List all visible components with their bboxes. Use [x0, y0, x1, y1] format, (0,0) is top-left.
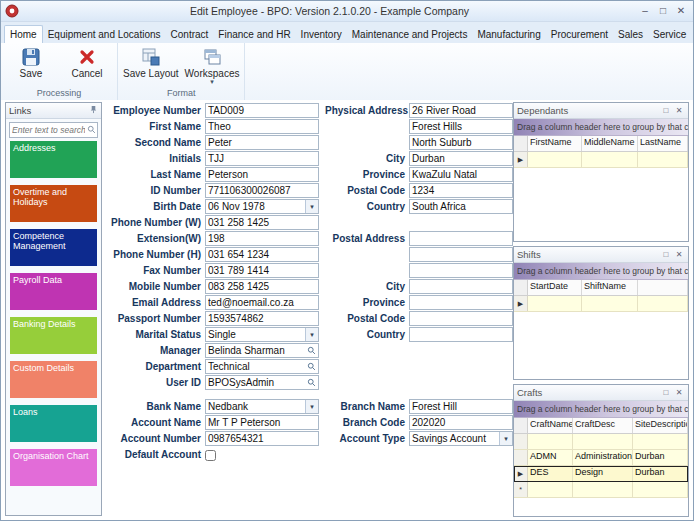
dependants-close-icon[interactable]: ✕ [673, 104, 685, 117]
bank-name-dropdown-icon[interactable]: ▾ [305, 400, 318, 413]
link-addresses[interactable]: Addresses [10, 141, 97, 178]
workspaces-button[interactable]: Workspaces ▾ [182, 44, 243, 88]
column-header-craftname[interactable]: CraftName [528, 418, 573, 433]
manager-lookup-icon[interactable] [305, 344, 318, 357]
extension-work-input[interactable] [206, 233, 318, 244]
marital-status-input[interactable] [206, 329, 305, 340]
branch-name-input[interactable] [410, 401, 512, 412]
link-label: Banking Details [13, 319, 76, 329]
crafts-close-icon[interactable]: ✕ [673, 386, 685, 399]
phone-work-input[interactable] [206, 217, 318, 228]
shifts-group-drop-area[interactable]: Drag a column header here to group by th… [514, 263, 688, 280]
bank-name-input[interactable] [206, 401, 305, 412]
column-header-sitedescription[interactable]: SiteDescription [633, 418, 688, 433]
account-type-dropdown-icon[interactable]: ▾ [499, 432, 512, 445]
postal-country-input[interactable] [410, 329, 512, 340]
shifts-close-icon[interactable]: ✕ [673, 248, 685, 261]
column-header-lastname[interactable]: LastName [638, 136, 688, 151]
physical-address-input-2[interactable] [410, 121, 512, 132]
column-header-blank[interactable] [638, 280, 688, 295]
physical-postal-code-input[interactable] [410, 185, 512, 196]
birth-date-dropdown-icon[interactable]: ▾ [305, 200, 318, 213]
tab-inventory[interactable]: Inventory [296, 26, 347, 43]
link-overtime-and-holidays[interactable]: Overtime and Holidays [10, 185, 97, 222]
id-number-input[interactable] [206, 185, 318, 196]
physical-address-input-1[interactable] [410, 105, 512, 116]
tab-reporting[interactable]: Reporting [691, 26, 693, 43]
table-row[interactable]: ▶ [514, 296, 688, 312]
tab-equipment-and-locations[interactable]: Equipment and Locations [43, 26, 166, 43]
cancel-button[interactable]: Cancel [59, 44, 115, 88]
default-account-checkbox[interactable] [205, 450, 216, 461]
marital-status-dropdown-icon[interactable]: ▾ [305, 328, 318, 341]
mobile-number-input[interactable] [206, 281, 318, 292]
column-header-shiftname[interactable]: ShiftName [582, 280, 638, 295]
first-name-input[interactable] [206, 121, 318, 132]
account-number-input[interactable] [206, 433, 318, 444]
table-row-new[interactable]: * [514, 482, 688, 498]
physical-city-input[interactable] [410, 153, 512, 164]
tab-home[interactable]: Home [4, 25, 43, 43]
table-row[interactable]: ▶ [514, 152, 688, 168]
tab-manufacturing[interactable]: Manufacturing [472, 26, 545, 43]
account-name-input[interactable] [206, 417, 318, 428]
last-name-input[interactable] [206, 169, 318, 180]
link-custom-details[interactable]: Custom Details [10, 361, 97, 398]
postal-address-input-3[interactable] [410, 265, 512, 276]
link-competence-management[interactable]: Competence Management [10, 229, 97, 266]
branch-code-input[interactable] [410, 417, 512, 428]
user-id-lookup-icon[interactable] [305, 376, 318, 389]
column-header-firstname[interactable]: FirstName [528, 136, 582, 151]
tab-sales[interactable]: Sales [613, 26, 648, 43]
tab-maintenance-and-projects[interactable]: Maintenance and Projects [347, 26, 473, 43]
account-type-input[interactable] [410, 433, 499, 444]
link-banking-details[interactable]: Banking Details [10, 317, 97, 354]
dependants-group-drop-area[interactable]: Drag a column header here to group by th… [514, 119, 688, 136]
link-payroll-data[interactable]: Payroll Data [10, 273, 97, 310]
close-button[interactable]: ✕ [672, 3, 690, 19]
table-row-selected[interactable]: ▶ DES Design Durban [514, 466, 688, 482]
email-address-input[interactable] [206, 297, 318, 308]
postal-city-input[interactable] [410, 281, 512, 292]
tab-finance-and-hr[interactable]: Finance and HR [213, 26, 295, 43]
phone-home-input[interactable] [206, 249, 318, 260]
table-row[interactable]: ADMN Administration Durban [514, 450, 688, 466]
link-loans[interactable]: Loans [10, 405, 97, 442]
manager-input[interactable] [206, 345, 305, 356]
column-header-craftdesc[interactable]: CraftDesc [573, 418, 633, 433]
initials-input[interactable] [206, 153, 318, 164]
dependants-maximize-icon[interactable]: □ [660, 104, 672, 117]
pin-icon[interactable] [89, 105, 98, 116]
column-header-middlename[interactable]: MiddleName [582, 136, 638, 151]
phone-home-field [205, 247, 319, 262]
links-search-input[interactable] [10, 125, 87, 135]
tab-procurement[interactable]: Procurement [546, 26, 613, 43]
physical-address-input-3[interactable] [410, 137, 512, 148]
postal-address-input-2[interactable] [410, 249, 512, 260]
postal-address-input-1[interactable] [410, 233, 512, 244]
column-header-startdate[interactable]: StartDate [528, 280, 582, 295]
crafts-group-drop-area[interactable]: Drag a column header here to group by th… [514, 401, 688, 418]
table-row[interactable] [514, 434, 688, 450]
tab-contract[interactable]: Contract [166, 26, 214, 43]
minimize-button[interactable]: – [636, 3, 654, 19]
postal-postal-code-input[interactable] [410, 313, 512, 324]
employee-number-input[interactable] [206, 105, 318, 116]
crafts-maximize-icon[interactable]: □ [660, 386, 672, 399]
save-layout-button[interactable]: Save Layout [120, 44, 182, 88]
user-id-input[interactable] [206, 377, 305, 388]
postal-province-input[interactable] [410, 297, 512, 308]
shifts-maximize-icon[interactable]: □ [660, 248, 672, 261]
department-lookup-icon[interactable] [305, 360, 318, 373]
passport-number-input[interactable] [206, 313, 318, 324]
link-organisation-chart[interactable]: Organisation Chart [10, 449, 97, 486]
second-name-input[interactable] [206, 137, 318, 148]
maximize-button[interactable]: □ [654, 3, 672, 19]
physical-province-input[interactable] [410, 169, 512, 180]
department-input[interactable] [206, 361, 305, 372]
fax-number-input[interactable] [206, 265, 318, 276]
save-button[interactable]: Save [3, 44, 59, 88]
birth-date-input[interactable] [206, 201, 305, 212]
tab-service[interactable]: Service [648, 26, 691, 43]
physical-country-input[interactable] [410, 201, 512, 212]
